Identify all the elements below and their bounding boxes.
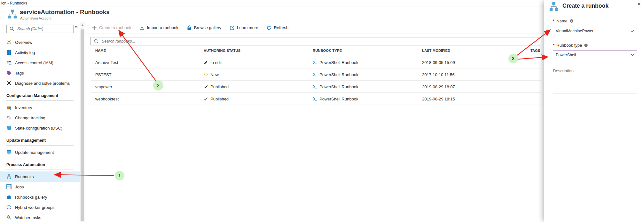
cell-authoring-status: Published [204, 81, 229, 93]
gear-icon [6, 40, 12, 45]
sidebar-item-label: Watcher tasks [15, 215, 41, 220]
description-input[interactable] [553, 75, 637, 93]
sidebar-item-label: Runbooks [15, 174, 34, 179]
column-header-runbook-type[interactable]: RUNBOOK TYPE [313, 49, 342, 52]
column-header-name[interactable]: NAME [95, 49, 106, 52]
cell-name[interactable]: Archive-Test [95, 56, 118, 68]
sidebar-item-diagnose-and-solve-problems[interactable]: Diagnose and solve problems [0, 78, 80, 88]
sidebar-item-change-tracking[interactable]: Change tracking [0, 113, 80, 123]
sidebar-item-runbooks[interactable]: Runbooks [0, 171, 80, 182]
sidebar-scrollbar[interactable] [80, 22, 85, 222]
sidebar-item-state-configuration-dsc[interactable]: State configuration (DSC) [0, 123, 80, 133]
breadcrumb-text: ion - Runbooks [1, 1, 27, 5]
sidebar-item-label: Hybrid worker groups [15, 205, 55, 210]
sidebar: « OverviewActivity logAccess control (IA… [0, 22, 80, 222]
sidebar-item-label: Change tracking [15, 115, 45, 120]
sidebar-item-runbooks-gallery[interactable]: Runbooks gallery [0, 192, 80, 202]
sidebar-nav: OverviewActivity logAccess control (IAM)… [0, 37, 80, 222]
breadcrumb[interactable]: ion - Runbooks [0, 0, 544, 6]
name-field-wrap [553, 27, 637, 35]
toolbar-button-create-a-runbook[interactable]: Create a runbook [92, 25, 131, 30]
dsc-checklist-icon [6, 125, 12, 131]
org-chart-icon [6, 174, 12, 179]
sidebar-item-watcher-tasks[interactable]: Watcher tasks [0, 212, 80, 222]
sidebar-item-inventory[interactable]: Inventory [0, 102, 80, 113]
name-input[interactable] [553, 27, 637, 35]
sidebar-item-update-management[interactable]: Update management [0, 147, 80, 157]
sidebar-item-hybrid-worker-groups[interactable]: Hybrid worker groups [0, 202, 80, 212]
table-row-pstest[interactable]: PSTESTNewPowerShell Runbook2017-10-10 11… [90, 68, 541, 81]
cell-authoring-status: Published [204, 93, 229, 105]
column-header-authoring-status[interactable]: AUTHORING STATUS [204, 49, 240, 52]
sidebar-section-configuration-management: Configuration Management [0, 88, 80, 101]
column-header-tags[interactable]: TAGS [530, 49, 540, 52]
powershell-icon [313, 84, 317, 89]
sidebar-item-tags[interactable]: Tags [0, 68, 80, 78]
azure-portal-screen: ion - Runbooks serviceAutomation - Runbo… [0, 0, 644, 222]
toolbar-button-import-a-runbook[interactable]: Import a runbook [139, 25, 178, 30]
cell-runbook-type: PowerShell Runbook [313, 93, 358, 105]
sidebar-section-process-automation: Process Automation [0, 157, 80, 170]
column-header-last-modified[interactable]: LAST MODIFIED [422, 49, 450, 52]
sidebar-item-overview[interactable]: Overview [0, 37, 80, 47]
check-icon [204, 97, 208, 101]
watcher-search-icon [6, 215, 12, 220]
name-label: * Name [553, 19, 574, 23]
sidebar-item-label: State configuration (DSC) [15, 126, 62, 131]
toolbar-button-browse-gallery[interactable]: Browse gallery [187, 25, 221, 30]
sidebar-item-label: Tags [15, 71, 24, 75]
info-icon[interactable] [569, 19, 574, 23]
runbooks-search-box[interactable] [90, 37, 541, 45]
runbook-type-label: * Runbook type [553, 43, 588, 48]
toolbar-button-learn-more[interactable]: Learn more [230, 25, 258, 30]
scrollbar-up-arrow-icon[interactable] [81, 24, 84, 26]
monitor-icon [6, 150, 12, 155]
sidebar-section-update-management: Update management [0, 133, 80, 146]
runbooks-search-input[interactable] [101, 39, 230, 44]
powershell-icon [313, 97, 317, 101]
table-row-webhooktest[interactable]: webhooktestPublishedPowerShell Runbook20… [90, 93, 541, 105]
change-squares-icon [6, 115, 12, 120]
sidebar-collapse-button[interactable]: « [75, 24, 78, 29]
hybrid-cycle-icon [6, 205, 12, 210]
cell-name[interactable]: webhooktest [95, 93, 119, 105]
sidebar-item-label: Update management [15, 150, 54, 155]
jobs-grid-icon [6, 184, 12, 189]
table-header: NAME AUTHORING STATUS RUNBOOK TYPE LAST … [90, 45, 541, 56]
tag-icon [6, 70, 12, 75]
sidebar-item-label: Access control (IAM) [15, 60, 53, 65]
toolbar-button-refresh[interactable]: Refresh [266, 25, 288, 30]
tools-icon [6, 81, 12, 86]
pencil-icon [204, 60, 208, 65]
page-subtitle: Automation Account [20, 16, 51, 20]
sidebar-item-label: Activity log [15, 50, 35, 55]
plus-icon [92, 25, 97, 30]
sidebar-item-jobs[interactable]: Jobs [0, 182, 80, 192]
sidebar-scrollbar-thumb[interactable] [81, 29, 84, 221]
sidebar-item-access-control-iam[interactable]: Access control (IAM) [0, 58, 80, 68]
cell-last-modified: 2019-08-29 18:15 [422, 93, 455, 105]
info-icon[interactable] [584, 43, 588, 47]
sidebar-item-label: Runbooks gallery [15, 195, 47, 200]
external-link-icon [230, 25, 235, 30]
cell-name[interactable]: PSTEST [95, 68, 112, 81]
runbook-type-dropdown[interactable]: PowerShell [553, 51, 637, 59]
create-runbook-panel: Create a runbook ✕ * Name * Runbook type… [544, 0, 644, 222]
sidebar-item-activity-log[interactable]: Activity log [0, 47, 80, 58]
table-row-archive-test[interactable]: Archive-TestIn editPowerShell Runbook201… [90, 56, 541, 68]
cell-last-modified: 2017-10-10 11:56 [422, 68, 455, 81]
table-row-vmpower[interactable]: vmpowerPublishedPowerShell Runbook2019-0… [90, 81, 541, 93]
close-icon[interactable]: ✕ [637, 1, 641, 7]
automation-account-icon [8, 9, 17, 18]
runbooks-toolbar: Create a runbookImport a runbookBrowse g… [85, 22, 544, 34]
page-title: serviceAutomation - Runbooks [20, 9, 110, 16]
cell-runbook-type: PowerShell Runbook [313, 68, 358, 81]
toolbar-button-label: Learn more [237, 25, 258, 30]
sidebar-search-input[interactable] [17, 26, 69, 31]
powershell-icon [313, 72, 317, 77]
sidebar-search-box[interactable] [6, 25, 74, 33]
search-icon [94, 39, 99, 44]
cell-name[interactable]: vmpower [95, 81, 112, 93]
description-field-wrap [553, 75, 637, 93]
check-icon [204, 84, 208, 89]
